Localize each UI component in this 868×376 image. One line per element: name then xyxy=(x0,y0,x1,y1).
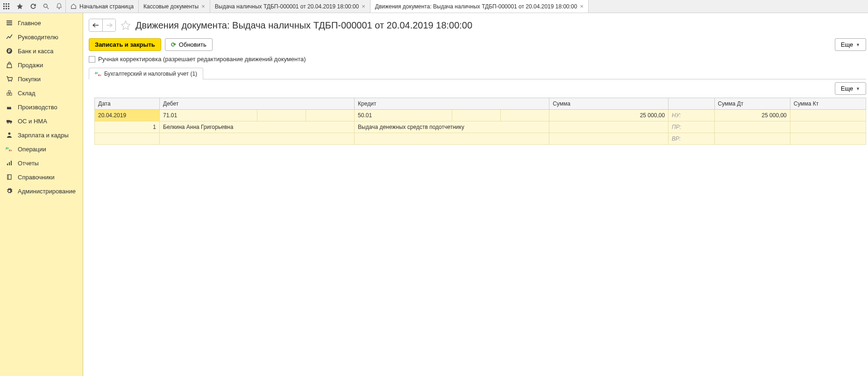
svg-rect-29 xyxy=(11,161,12,165)
sidebar-label: Справочники xyxy=(18,174,55,181)
book-icon xyxy=(6,173,13,181)
person-icon xyxy=(6,131,13,139)
col-sum[interactable]: Сумма xyxy=(549,98,669,110)
sidebar-item-production[interactable]: Производство xyxy=(0,100,83,114)
cell-credit-acc: 50.01 xyxy=(355,110,452,121)
tab-doc-movements[interactable]: Движения документа: Выдача наличных ТДБП… xyxy=(370,0,589,13)
tab-cash-docs[interactable]: Кассовые документы × xyxy=(139,0,210,13)
sidebar-label: Банк и касса xyxy=(18,48,54,55)
sidebar-item-manager[interactable]: Руководителю xyxy=(0,30,83,44)
svg-rect-5 xyxy=(8,6,9,7)
sidebar-item-bank[interactable]: ₽Банк и касса xyxy=(0,44,83,58)
manual-correction-checkbox[interactable] xyxy=(89,56,95,63)
content-area: Движения документа: Выдача наличных ТДБП… xyxy=(83,13,868,376)
svg-point-9 xyxy=(43,4,47,8)
close-icon[interactable]: × xyxy=(201,3,205,10)
favorite-star-icon[interactable] xyxy=(121,20,131,30)
col-credit[interactable]: Кредит xyxy=(355,98,549,110)
table-row[interactable]: 20.04.2019 71.01 50.01 25 000,00 НУ: 25 … xyxy=(95,110,866,121)
boxes-icon xyxy=(6,89,13,97)
table-row[interactable]: 1 Белкина Анна Григорьевна Выдача денежн… xyxy=(95,121,866,133)
svg-text:₽: ₽ xyxy=(8,49,11,53)
dtkt-icon: ДтКт xyxy=(6,145,13,153)
grid-more-button[interactable]: Еще▼ xyxy=(835,82,866,95)
apps-icon[interactable] xyxy=(3,3,10,10)
cell-vr-label: ВР: xyxy=(669,133,714,145)
table-row[interactable]: ВР: xyxy=(95,133,866,145)
cell-debit-name: Белкина Анна Григорьевна xyxy=(160,121,355,133)
close-icon[interactable]: × xyxy=(362,3,365,10)
sidebar-item-purchases[interactable]: Покупки xyxy=(0,72,83,86)
chart-up-icon xyxy=(6,33,13,41)
sidebar-item-sales[interactable]: Продажи xyxy=(0,58,83,72)
tab-cash-issue[interactable]: Выдача наличных ТДБП-000001 от 20.04.201… xyxy=(210,0,370,13)
chevron-down-icon: ▼ xyxy=(856,86,860,91)
sidebar-item-admin[interactable]: Администрирование xyxy=(0,184,83,198)
page-title: Движения документа: Выдача наличных ТДБП… xyxy=(135,20,472,31)
sidebar-item-reports[interactable]: Отчеты xyxy=(0,156,83,170)
save-close-label: Записать и закрыть xyxy=(95,41,155,48)
svg-rect-18 xyxy=(7,93,9,95)
sidebar-item-salary[interactable]: Зарплата и кадры xyxy=(0,128,83,142)
bag-icon xyxy=(6,61,13,69)
svg-rect-0 xyxy=(3,3,5,5)
svg-point-16 xyxy=(8,81,9,82)
grid-toolbar: Еще▼ xyxy=(89,79,866,98)
nav-forward-button[interactable] xyxy=(102,19,115,31)
cell-sum: 25 000,00 xyxy=(549,110,669,121)
grid-more-label: Еще xyxy=(841,85,853,92)
bell-icon[interactable] xyxy=(55,3,63,10)
close-icon[interactable]: × xyxy=(580,3,583,10)
refresh-button[interactable]: ⟳Обновить xyxy=(165,38,213,51)
svg-rect-19 xyxy=(10,93,12,95)
more-button[interactable]: Еще▼ xyxy=(835,38,866,51)
tab-cash-docs-label: Кассовые документы xyxy=(143,3,199,10)
gear-icon xyxy=(6,187,13,195)
truck-icon xyxy=(6,117,13,125)
ruble-icon: ₽ xyxy=(6,47,13,55)
more-label: Еще xyxy=(841,41,853,48)
sidebar-item-warehouse[interactable]: Склад xyxy=(0,86,83,100)
svg-point-24 xyxy=(8,133,11,135)
cart-icon xyxy=(6,75,13,83)
cell-credit-name: Выдача денежных средств подотчетнику xyxy=(355,121,549,133)
col-sumdt[interactable]: Сумма Дт xyxy=(714,98,790,110)
tab-home[interactable]: Начальная страница xyxy=(65,0,139,13)
grid-wrap: Дата Дебет Кредит Сумма Сумма Дт Сумма К… xyxy=(89,98,866,145)
col-sumkt[interactable]: Сумма Кт xyxy=(790,98,866,110)
postings-grid[interactable]: Дата Дебет Кредит Сумма Сумма Дт Сумма К… xyxy=(94,98,866,145)
svg-rect-2 xyxy=(8,3,9,5)
svg-rect-20 xyxy=(8,91,10,93)
tab-doc-movements-label: Движения документа: Выдача наличных ТДБП… xyxy=(375,3,577,10)
sidebar-label: Покупки xyxy=(18,76,41,83)
save-close-button[interactable]: Записать и закрыть xyxy=(89,38,161,51)
grid-header-row: Дата Дебет Кредит Сумма Сумма Дт Сумма К… xyxy=(95,98,866,110)
sidebar-label: Руководителю xyxy=(18,34,58,41)
tab-accounting[interactable]: ДтКт Бухгалтерский и налоговый учет (1) xyxy=(89,68,203,79)
cell-pr-label: ПР: xyxy=(669,121,714,133)
bars-icon xyxy=(6,159,13,167)
col-debit[interactable]: Дебет xyxy=(160,98,355,110)
svg-rect-30 xyxy=(7,175,11,179)
sidebar-item-operations[interactable]: ДтКтОперации xyxy=(0,142,83,156)
cell-date: 20.04.2019 xyxy=(95,110,160,121)
svg-rect-28 xyxy=(9,162,10,165)
star-icon[interactable] xyxy=(16,3,23,10)
nav-back-button[interactable] xyxy=(89,19,102,31)
sidebar-item-catalogs[interactable]: Справочники xyxy=(0,170,83,184)
svg-rect-3 xyxy=(3,6,5,7)
sidebar-item-main[interactable]: Главное xyxy=(0,16,83,30)
nav-buttons xyxy=(89,19,116,32)
menu-icon xyxy=(6,19,13,27)
sidebar-item-assets[interactable]: ОС и НМА xyxy=(0,114,83,128)
svg-rect-6 xyxy=(3,8,5,9)
header-row: Движения документа: Выдача наличных ТДБП… xyxy=(89,19,866,32)
svg-rect-7 xyxy=(6,8,7,9)
search-icon[interactable] xyxy=(42,3,50,10)
col-date[interactable]: Дата xyxy=(95,98,160,110)
sidebar-label: Отчеты xyxy=(18,160,39,167)
tab-home-label: Начальная страница xyxy=(79,3,134,10)
home-icon xyxy=(71,3,77,9)
sidebar-label: Производство xyxy=(18,104,57,111)
history-icon[interactable] xyxy=(29,3,36,10)
